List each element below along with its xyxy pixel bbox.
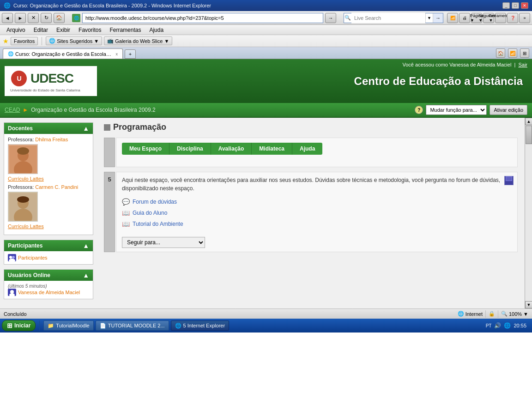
tutorial-icon: 📖 [122, 220, 130, 228]
search-go-button[interactable]: → [433, 13, 443, 23]
prof1-curriculo-link[interactable]: Currículo Lattes [8, 176, 89, 181]
galeria-icon: 📺 [107, 38, 114, 44]
forum-link[interactable]: 💬 Forum de dúvidas [122, 198, 512, 206]
prof1-link[interactable]: Dhilma Freitas [35, 137, 68, 142]
programacao-title: Programação [104, 122, 518, 132]
participantes-collapse-icon[interactable]: ▲ [83, 242, 89, 249]
language-indicator: PT [486, 323, 492, 328]
task-tutorialmoodle[interactable]: 📁 TutorialMoodle [43, 320, 93, 331]
ativar-edicao-button[interactable]: Ativar edição [490, 105, 527, 115]
logo-subtitle: Universidade do Estado de Santa Catarina [10, 88, 91, 92]
participantes-icon [8, 254, 16, 261]
close-button[interactable]: ✕ [521, 2, 528, 9]
search-dropdown-button[interactable]: ▼ [425, 13, 433, 23]
minimize-button[interactable]: _ [502, 2, 510, 9]
prof1-label: Professora: Dhilma Freitas [8, 137, 89, 142]
favorites-button[interactable]: Favoritos [11, 37, 38, 45]
favorites-bar: ★ Favoritos 🌐 Sites Sugeridos ▼ 📺 Galeri… [0, 35, 532, 47]
network-icon: 🌐 [504, 322, 511, 329]
menu-editar[interactable]: Editar [30, 26, 52, 34]
usuarios-online-collapse-icon[interactable]: ▲ [83, 272, 89, 279]
sair-link[interactable]: Sair [518, 62, 527, 67]
search-input[interactable] [351, 13, 425, 23]
udesc-logo-icon: U [10, 70, 28, 87]
new-tab-button[interactable]: + [125, 49, 136, 59]
fav-separator [42, 37, 42, 45]
tab-right-controls: 🏠 📶 ⊞ [496, 48, 529, 59]
active-tab[interactable]: 🌐 Curso: Organização e Gestão da Escola … [3, 48, 123, 59]
scroll-thumb[interactable] [526, 126, 532, 144]
docentes-title: Docentes [8, 125, 33, 132]
title-bar: 🌐 Curso: Organização e Gestão da Escola … [0, 0, 532, 11]
lock-icon: 🔒 [489, 311, 495, 317]
tab-avaliacao[interactable]: Avaliação [211, 143, 252, 155]
scrollbar: ▲ ▼ [525, 118, 532, 308]
svg-point-15 [10, 290, 14, 294]
docentes-collapse-icon[interactable]: ▲ [83, 125, 89, 132]
user-greeting-area: Você acessou como Vanessa de Almeida Mac… [403, 62, 527, 67]
usuarios-online-title: Usuários Online [8, 272, 50, 278]
prof2-label: Professora: Carmen C. Pandini [8, 184, 89, 190]
tab-print-button[interactable]: ⊞ [520, 48, 529, 58]
tab-disciplina[interactable]: Disciplina [169, 143, 211, 155]
scroll-down-button[interactable]: ▼ [525, 301, 532, 308]
sites-sugeridos-button[interactable]: 🌐 Sites Sugeridos ▼ [46, 36, 102, 45]
svg-point-11 [9, 256, 12, 259]
menu-exibir[interactable]: Exibir [53, 26, 74, 34]
menu-ferramentas[interactable]: Ferramentas [106, 26, 145, 34]
status-separator-2 [498, 310, 498, 318]
task-doc-icon: 📄 [100, 323, 106, 329]
tab-meu-espaco[interactable]: Meu Espaço [122, 143, 169, 155]
participantes-link[interactable]: Participantes [8, 254, 89, 261]
sites-label: Sites Sugeridos ▼ [57, 38, 99, 44]
task-tutorial2[interactable]: 📄 TUTORIAL MOODLE 2... [96, 320, 169, 331]
tab-home-button[interactable]: 🏠 [496, 48, 505, 58]
task-ie-icon: 🌐 [175, 323, 181, 329]
tutorial-link[interactable]: 📖 Tutorial do Ambiente [122, 220, 512, 228]
logo-text: UDESC [30, 71, 73, 86]
scroll-up-button[interactable]: ▲ [525, 118, 532, 125]
tab-midiateca[interactable]: Midiateca [252, 143, 292, 155]
seguir-select[interactable]: Seguir para... [122, 237, 205, 248]
nav-help-button[interactable]: ? [415, 106, 423, 114]
galeria-button[interactable]: 📺 Galeria do Web Slice ▼ [104, 36, 172, 45]
back-button[interactable]: ◄ [2, 13, 13, 23]
participantes-block: Participantes ▲ Participantes [4, 240, 93, 265]
save-icon[interactable] [504, 176, 514, 185]
rss-button[interactable]: 📶 [447, 13, 458, 23]
taskbar-right: PT 🔊 🌐 20:55 [486, 322, 530, 329]
guia-icon: 📖 [122, 209, 130, 217]
tools-button[interactable]: Ferramentas ▼ [495, 13, 506, 23]
print-button[interactable]: 🖨 [459, 13, 470, 23]
prof1-photo [8, 144, 38, 174]
task-ie[interactable]: 🌐 5 Internet Explorer [171, 320, 230, 331]
prof2-photo [8, 192, 38, 222]
prof2-link[interactable]: Carmen C. Pandini [35, 184, 78, 190]
moodle-page: Você acessou como Vanessa de Almeida Mac… [0, 59, 532, 308]
participantes-title: Participantes [8, 242, 42, 249]
online-user-link[interactable]: Vanessa de Almeida Maciel [8, 289, 89, 296]
go-button[interactable]: → [325, 13, 336, 23]
extra-button[interactable]: » [519, 13, 530, 23]
tab-rss-button[interactable]: 📶 [508, 48, 517, 58]
maximize-button[interactable]: □ [512, 2, 519, 9]
start-button[interactable]: ⊞ Iniciar [2, 320, 36, 331]
address-bar[interactable] [82, 13, 323, 23]
guia-link[interactable]: 📖 Guia do Aluno [122, 209, 512, 217]
help-button[interactable]: ❓ [507, 13, 518, 23]
status-zoom[interactable]: 🔍 100% ▼ [501, 311, 528, 317]
stop-button[interactable]: ✕ [28, 13, 39, 23]
moodle-header: Você acessou como Vanessa de Almeida Mac… [0, 59, 532, 103]
menu-ajuda[interactable]: Ajuda [145, 26, 167, 34]
tab-close-button[interactable]: x [116, 52, 118, 56]
menu-arquivo[interactable]: Arquivo [3, 26, 29, 34]
forward-button[interactable]: ► [15, 13, 26, 23]
breadcrumb-home-link[interactable]: CEAD [5, 107, 20, 113]
menu-favoritos[interactable]: Favoritos [75, 26, 105, 34]
refresh-button[interactable]: ↻ [41, 13, 52, 23]
home-button[interactable]: 🏠 [54, 13, 65, 23]
toolbar-extra-buttons: 📶 🖨 Página ▼ Segurança ▼ Ferramentas ▼ ❓… [447, 13, 530, 23]
prof2-curriculo-link[interactable]: Currículo Lattes [8, 224, 89, 229]
mudar-funcao-select[interactable]: Mudar função para... [426, 105, 487, 115]
tab-ajuda[interactable]: Ajuda [292, 143, 322, 155]
